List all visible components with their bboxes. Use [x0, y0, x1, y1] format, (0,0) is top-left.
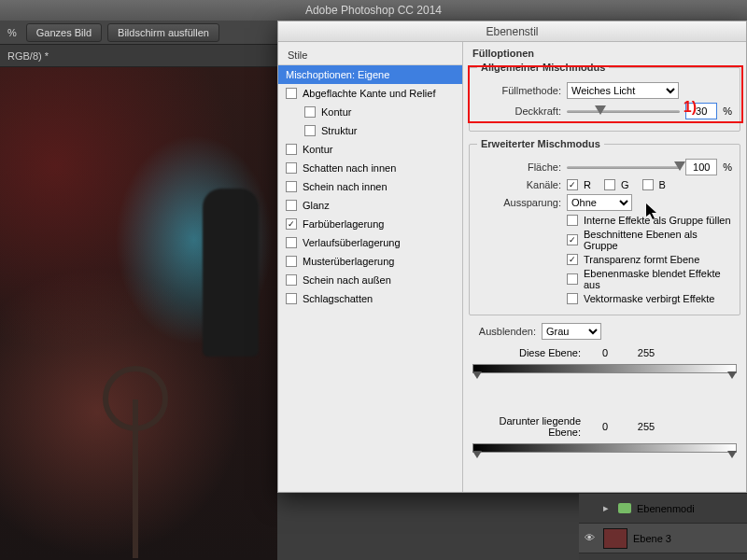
advanced-checkbox[interactable] [567, 254, 578, 265]
style-item-label: Farbüberlagerung [303, 218, 384, 230]
layer-group-name: Ebenenmodi [637, 503, 695, 514]
under-layer-range[interactable] [472, 441, 737, 487]
style-item-label: Mischoptionen: Eigene [286, 69, 389, 80]
app-titlebar: Adobe Photoshop CC 2014 [0, 0, 747, 21]
style-item-label: Abgeflachte Kante und Relief [303, 88, 436, 99]
style-checkbox[interactable] [286, 274, 297, 286]
advanced-checkbox[interactable] [567, 215, 578, 226]
advanced-checkbox[interactable] [567, 273, 578, 285]
fit-screen-button[interactable]: Ganzes Bild [26, 23, 102, 42]
style-item[interactable]: Kontur [278, 140, 462, 159]
style-item-label: Schlagschatten [303, 293, 373, 304]
advanced-check-row: Transparenz formt Ebene [567, 254, 732, 265]
style-checkbox[interactable] [286, 162, 297, 174]
layer-row[interactable]: Ebene 3 [579, 524, 747, 553]
style-checkbox[interactable] [304, 106, 316, 118]
style-item-label: Schein nach innen [303, 181, 388, 192]
photo-figure [203, 189, 259, 357]
visibility-icon[interactable] [585, 532, 598, 545]
advanced-check-label: Vektormaske verbirgt Effekte [584, 293, 714, 304]
knockout-select[interactable]: Ohne [567, 194, 632, 211]
advanced-check-row: Ebenenmaske blendet Effekte aus [567, 268, 732, 290]
style-item[interactable]: Verlaufsüberlagerung [278, 233, 462, 252]
styles-list: Stile Mischoptionen: EigeneAbgeflachte K… [278, 42, 463, 492]
style-item[interactable]: Mischoptionen: Eigene [278, 65, 462, 84]
opacity-slider[interactable] [567, 104, 680, 119]
general-blend-group: Allgemeiner Mischmodus Füllmethode: Weic… [469, 62, 740, 132]
style-item[interactable]: Glanz [278, 196, 462, 215]
style-item-label: Schatten nach innen [303, 162, 396, 174]
channel-g-checkbox[interactable] [604, 179, 615, 190]
layer-group-row[interactable]: ▸ Ebenenmodi [579, 494, 747, 524]
fill-input[interactable] [685, 159, 717, 175]
style-item[interactable]: Farbüberlagerung [278, 215, 462, 233]
style-item[interactable]: Schatten nach innen [278, 159, 462, 177]
advanced-checkbox[interactable] [567, 234, 578, 245]
style-item[interactable]: Abgeflachte Kante und Relief [278, 84, 462, 103]
styles-header: Stile [278, 46, 462, 65]
style-checkbox[interactable] [286, 88, 297, 99]
style-item[interactable]: Musterüberlagerung [278, 252, 462, 271]
advanced-check-label: Transparenz formt Ebene [584, 254, 699, 265]
blendif-select[interactable]: Grau [542, 323, 601, 340]
layer-style-dialog: Ebenenstil Stile Mischoptionen: EigeneAb… [277, 21, 747, 493]
this-layer-range[interactable] [472, 362, 737, 408]
fill-pct: % [723, 161, 732, 173]
blendif-label: Ausblenden: [469, 326, 536, 337]
under-layer-lo: 0 [588, 421, 622, 432]
folder-icon [618, 503, 631, 513]
zoom-pct: % [4, 27, 21, 38]
knockout-label: Aussparung: [477, 197, 561, 208]
style-item[interactable]: Struktur [278, 121, 462, 140]
channel-b-checkbox[interactable] [642, 179, 654, 190]
style-item[interactable]: Schlagschatten [278, 289, 462, 308]
fill-screen-button[interactable]: Bildschirm ausfüllen [107, 23, 219, 42]
style-checkbox[interactable] [286, 200, 297, 211]
advanced-check-row: Vektormaske verbirgt Effekte [567, 293, 732, 304]
opacity-pct: % [723, 105, 732, 117]
style-checkbox[interactable] [286, 293, 297, 304]
disclosure-icon[interactable]: ▸ [603, 502, 613, 514]
photo-prop [103, 366, 168, 431]
blend-mode-label: Füllmethode: [477, 85, 561, 96]
channel-r-label: R [584, 179, 591, 190]
blend-mode-select[interactable]: Weiches Licht [567, 82, 679, 99]
this-layer-lo: 0 [588, 347, 622, 358]
under-layer-label: Darunter liegende Ebene: [469, 415, 581, 438]
style-checkbox[interactable] [286, 256, 297, 267]
fill-options-heading: Fülloptionen [472, 48, 740, 59]
layer-name: Ebene 3 [633, 533, 671, 544]
style-item-label: Verlaufsüberlagerung [303, 237, 401, 248]
style-item[interactable]: Kontur [278, 103, 462, 121]
advanced-check-label: Beschnittene Ebenen als Gruppe [584, 229, 732, 251]
style-item-label: Kontur [303, 144, 332, 155]
channel-r-checkbox[interactable] [567, 179, 578, 190]
advanced-checkbox[interactable] [567, 293, 578, 304]
advanced-check-row: Interne Effekte als Gruppe füllen [567, 215, 732, 226]
style-item[interactable]: Schein nach innen [278, 177, 462, 196]
advanced-check-label: Ebenenmaske blendet Effekte aus [584, 268, 732, 290]
dialog-title: Ebenenstil [278, 21, 746, 42]
advanced-check-label: Interne Effekte als Gruppe füllen [584, 215, 731, 226]
advanced-blend-legend: Erweiterter Mischmodus [477, 138, 604, 149]
layer-thumbnail [603, 528, 627, 549]
style-item-label: Struktur [321, 125, 358, 136]
style-item[interactable]: Schein nach außen [278, 271, 462, 289]
under-layer-hi: 255 [629, 421, 663, 432]
style-checkbox[interactable] [286, 237, 297, 248]
advanced-blend-group: Erweiterter Mischmodus Fläche: % Kanäle:… [469, 138, 740, 315]
style-item-label: Glanz [303, 200, 330, 211]
fill-slider[interactable] [567, 160, 680, 175]
opacity-label: Deckkraft: [477, 105, 561, 117]
style-checkbox[interactable] [286, 181, 297, 192]
document-canvas[interactable] [0, 67, 277, 560]
channel-g-label: G [621, 179, 629, 190]
style-checkbox[interactable] [304, 125, 316, 136]
general-blend-legend: Allgemeiner Mischmodus [477, 62, 609, 73]
annotation-label: 1) [684, 99, 697, 116]
style-checkbox[interactable] [286, 144, 297, 155]
advanced-check-row: Beschnittene Ebenen als Gruppe [567, 229, 732, 251]
style-checkbox[interactable] [286, 218, 297, 230]
visibility-icon[interactable] [585, 502, 598, 515]
this-layer-label: Diese Ebene: [469, 347, 581, 358]
